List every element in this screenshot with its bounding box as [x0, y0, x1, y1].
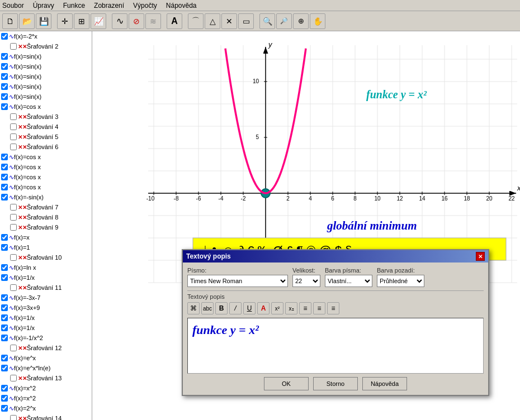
sidebar-neg1x2[interactable]: ∿ f(x)=-1/x^2: [0, 333, 92, 343]
align-left-button[interactable]: ≡: [299, 302, 311, 314]
curve-tool-button[interactable]: ⌒: [188, 13, 204, 29]
menu-zobrazeni[interactable]: Zobrazení: [94, 2, 124, 9]
menu-funkce[interactable]: Funkce: [63, 2, 85, 9]
bold-button[interactable]: B: [215, 302, 228, 314]
add-line-button[interactable]: ⊞: [74, 13, 89, 29]
toolbar: 🗋 📂 💾 ✛ ⊞ 📈 ∿ ⊘ ≋ A ⌒ △ ✕ ▭ 🔍 🔎 ⊕ ✋: [0, 11, 520, 31]
bg-label: Barva pozadí:: [377, 267, 424, 274]
sidebar-hatch-5[interactable]: ✕✕ Šrafování 5: [0, 132, 92, 142]
sidebar-x2-1[interactable]: ∿ f(x)=x^2: [0, 383, 92, 393]
color-field: Barva písma: Vlastní...: [325, 267, 372, 287]
sidebar-hatch-14[interactable]: ✕✕ Šrafování 14: [0, 413, 92, 420]
zoom-fit-button[interactable]: ⊕: [293, 13, 309, 29]
font-select[interactable]: Times New Roman Arial Helvetica: [187, 275, 288, 287]
menu-napoveda[interactable]: Nápověda: [166, 2, 197, 9]
sidebar-negsinx[interactable]: ∿ f(x)=-sin(x): [0, 192, 92, 202]
menu-vypocty[interactable]: Výpočty: [133, 2, 157, 9]
wave3-button[interactable]: ≋: [145, 13, 161, 29]
sidebar-cosx-1[interactable]: ∿ f(x)=cos x: [0, 152, 92, 162]
open-button[interactable]: 📂: [19, 13, 35, 29]
add-point-button[interactable]: ✛: [57, 13, 73, 29]
sidebar-x[interactable]: ∿ f(x)=x: [0, 232, 92, 242]
sidebar-sinx-2[interactable]: ∿ f(x)=sin(x): [0, 61, 92, 71]
new-button[interactable]: 🗋: [2, 13, 18, 29]
color-label: Barva písma:: [325, 267, 372, 274]
size-field: Velikost: 22 10 12 14 16 18 24 28: [292, 267, 320, 287]
sidebar-hatch-11[interactable]: ✕✕ Šrafování 11: [0, 283, 92, 293]
sidebar-hatch-12[interactable]: ✕✕ Šrafování 12: [0, 343, 92, 353]
sidebar-1[interactable]: ∿ f(x)=1: [0, 242, 92, 252]
sidebar-item-0[interactable]: ∿ f(x)=-2*x: [0, 31, 92, 41]
sidebar-ex[interactable]: ∿ f(x)=e^x: [0, 353, 92, 363]
text-button[interactable]: A: [167, 13, 182, 29]
size-label: Velikost:: [292, 267, 320, 274]
sidebar-hatch-9[interactable]: ✕✕ Šrafování 9: [0, 222, 92, 232]
bg-select[interactable]: Průhledné: [377, 275, 424, 287]
ok-button[interactable]: OK: [264, 377, 309, 390]
italic-button[interactable]: /: [229, 302, 242, 314]
sidebar-hatch-7[interactable]: ✕✕ Šrafování 7: [0, 202, 92, 212]
hand-tool-button[interactable]: ✋: [310, 13, 325, 29]
text-dialog: Textový popis ✕ Písmo: Times New Roman A…: [182, 249, 489, 396]
sidebar: ∿ f(x)=-2*x ✕✕ Šrafování 2 ∿ f(x)=sin(x)…: [0, 31, 92, 420]
sidebar-sinx-3[interactable]: ∿ f(x)=sin(x): [0, 71, 92, 82]
superscript-button[interactable]: x²: [271, 302, 283, 314]
text-edit-area[interactable]: funkce y = x²: [187, 318, 484, 374]
add-curve-button[interactable]: 📈: [91, 13, 106, 29]
sidebar-hatch-4[interactable]: ✕✕ Šrafování 4: [0, 122, 92, 132]
font-color-button[interactable]: A: [257, 302, 270, 314]
menu-soubor[interactable]: Soubor: [2, 2, 24, 9]
font-label: Písmo:: [187, 267, 288, 274]
sidebar-sinx-4[interactable]: ∿ f(x)=sin(x): [0, 82, 92, 92]
zoom-out-button[interactable]: 🔎: [276, 13, 292, 29]
size-select[interactable]: 22 10 12 14 16 18 24 28: [292, 275, 320, 287]
align-center-button[interactable]: ≡: [313, 302, 325, 314]
sidebar-1x[interactable]: ∿ f(x)=1/x: [0, 273, 92, 283]
sidebar-exlne[interactable]: ∿ f(x)=e^x*ln(e): [0, 363, 92, 373]
wave1-button[interactable]: ∿: [112, 13, 127, 29]
svg-text:12: 12: [396, 195, 403, 202]
sidebar-3x9[interactable]: ∿ f(x)=3x+9: [0, 303, 92, 313]
sidebar-sinx-5[interactable]: ∿ f(x)=sin(x): [0, 92, 92, 102]
sidebar-2x[interactable]: ∿ f(x)=2^x: [0, 403, 92, 413]
sidebar-neg3x7[interactable]: ∿ f(x)=-3x-7: [0, 293, 92, 303]
subscript-button[interactable]: x₂: [285, 302, 297, 314]
cancel-button[interactable]: Storno: [313, 377, 358, 390]
save-button[interactable]: 💾: [36, 13, 51, 29]
sidebar-hatch-2[interactable]: ✕✕ Šrafování 2: [0, 41, 92, 51]
cmd-button[interactable]: ⌘: [187, 302, 200, 314]
help-button[interactable]: Nápověda: [362, 377, 407, 390]
zoom-in-button[interactable]: 🔍: [259, 13, 275, 29]
sidebar-cosx-2[interactable]: ∿ f(x)=cos x: [0, 162, 92, 172]
underline-button[interactable]: U: [243, 302, 256, 314]
svg-text:18: 18: [464, 195, 470, 202]
sidebar-cosx-4[interactable]: ∿ f(x)=cos x: [0, 182, 92, 192]
func-label-text: funkce y = x²: [366, 88, 427, 101]
svg-text:20: 20: [486, 195, 493, 202]
sidebar-cosx-3[interactable]: ∿ f(x)=cos x: [0, 172, 92, 182]
align-right-button[interactable]: ≡: [327, 302, 339, 314]
sidebar-sinx-1[interactable]: ∿ f(x)=sin(x): [0, 51, 92, 61]
svg-text:-10: -10: [146, 195, 155, 202]
cross-tool-button[interactable]: ✕: [221, 13, 237, 29]
sidebar-cosx-0[interactable]: ∿ f(x)=cos x: [0, 102, 92, 112]
abc-button[interactable]: abc: [201, 302, 214, 314]
canvas-area: x y -10 -8 -6 -4 -2 2 4 6 8 10: [92, 31, 520, 420]
sidebar-hatch-6[interactable]: ✕✕ Šrafování 6: [0, 142, 92, 152]
dialog-close-button[interactable]: ✕: [476, 252, 485, 261]
sidebar-x2-2[interactable]: ∿ f(x)=x^2: [0, 393, 92, 403]
sidebar-1x-2[interactable]: ∿ f(x)=1/x: [0, 313, 92, 323]
sidebar-lnx[interactable]: ∿ f(x)=ln x: [0, 262, 92, 273]
rect-tool-button[interactable]: ▭: [238, 13, 254, 29]
menu-upravy[interactable]: Úpravy: [33, 2, 54, 9]
sidebar-hatch-10[interactable]: ✕✕ Šrafování 10: [0, 252, 92, 262]
sidebar-hatch-13[interactable]: ✕✕ Šrafování 13: [0, 373, 92, 383]
color-select[interactable]: Vlastní...: [325, 275, 372, 287]
sidebar-hatch-8[interactable]: ✕✕ Šrafování 8: [0, 212, 92, 222]
sidebar-1x-3[interactable]: ∿ f(x)=1/x: [0, 323, 92, 333]
svg-text:6: 6: [331, 195, 334, 202]
fill-tool-button[interactable]: △: [205, 13, 220, 29]
main-area: ∿ f(x)=-2*x ✕✕ Šrafování 2 ∿ f(x)=sin(x)…: [0, 31, 520, 420]
sidebar-hatch-3[interactable]: ✕✕ Šrafování 3: [0, 112, 92, 122]
wave2-button[interactable]: ⊘: [129, 13, 144, 29]
